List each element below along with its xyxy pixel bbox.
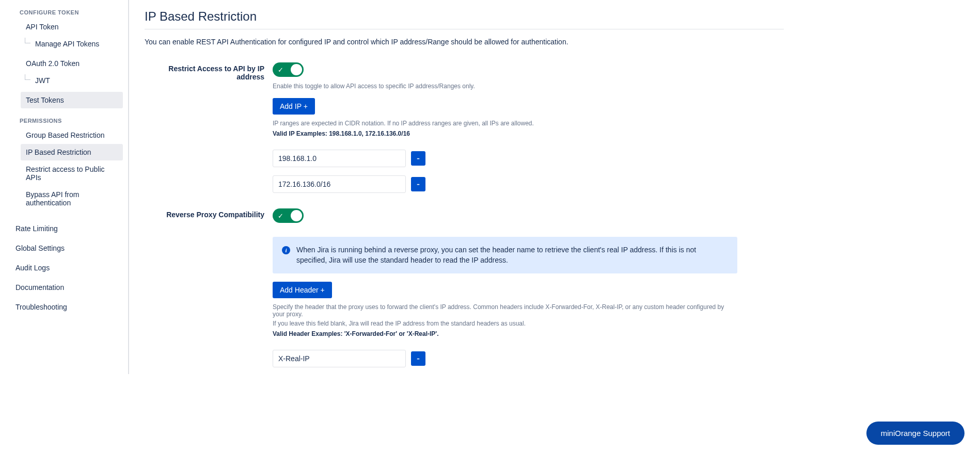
sidebar-item-api-token[interactable]: API Token <box>21 19 123 35</box>
sidebar-item-documentation[interactable]: Documentation <box>15 279 123 296</box>
sidebar-item-group-based-restriction[interactable]: Group Based Restriction <box>21 127 123 143</box>
header-help-2: If you leave this field blank, Jira will… <box>273 320 737 327</box>
check-icon: ✓ <box>278 66 283 74</box>
remove-header-button-0[interactable]: - <box>411 351 425 366</box>
header-examples-label: Valid Header Examples: 'X-Forwarded-For'… <box>273 330 737 337</box>
restrict-access-toggle[interactable]: ✓ <box>273 62 304 77</box>
sidebar-item-global-settings[interactable]: Global Settings <box>15 240 123 256</box>
restrict-access-label: Restrict Access to API by IP address <box>145 62 273 81</box>
sidebar-section-configure-token: CONFIGURE TOKEN <box>20 9 123 15</box>
sidebar-item-audit-logs[interactable]: Audit Logs <box>15 260 123 276</box>
sidebar-item-bypass-api[interactable]: Bypass API from authentication <box>21 186 123 211</box>
toggle-knob <box>291 210 302 221</box>
divider <box>145 29 784 29</box>
restrict-access-help: Enable this toggle to allow API access t… <box>273 83 737 90</box>
sidebar-item-oauth20-token[interactable]: OAuth 2.0 Token <box>21 55 123 72</box>
ip-examples-label: Valid IP Examples: 198.168.1.0, 172.16.1… <box>273 130 737 137</box>
info-text: When Jira is running behind a reverse pr… <box>296 245 728 265</box>
header-help-1: Specify the header that the proxy uses t… <box>273 303 737 318</box>
sidebar-item-troubleshooting[interactable]: Troubleshooting <box>15 299 123 315</box>
sidebar-item-test-tokens[interactable]: Test Tokens <box>21 92 123 108</box>
add-header-button[interactable]: Add Header + <box>273 282 332 298</box>
header-input-0[interactable] <box>273 350 406 367</box>
info-panel: i When Jira is running behind a reverse … <box>273 237 737 273</box>
remove-ip-button-1[interactable]: - <box>411 177 425 191</box>
sidebar-item-restrict-public-apis[interactable]: Restrict access to Public APIs <box>21 161 123 186</box>
page-title: IP Based Restriction <box>145 9 784 24</box>
sidebar: CONFIGURE TOKEN API Token Manage API Tok… <box>0 0 129 374</box>
toggle-knob <box>291 64 302 75</box>
remove-ip-button-0[interactable]: - <box>411 151 425 166</box>
page-description: You can enable REST API Authentication f… <box>145 38 784 46</box>
sidebar-item-manage-api-tokens[interactable]: Manage API Tokens <box>30 36 123 52</box>
info-icon: i <box>282 246 290 254</box>
sidebar-item-ip-based-restriction[interactable]: IP Based Restriction <box>21 144 123 160</box>
sidebar-item-rate-limiting[interactable]: Rate Limiting <box>15 220 123 237</box>
reverse-proxy-toggle[interactable]: ✓ <box>273 208 304 223</box>
sidebar-section-permissions: PERMISSIONS <box>20 118 123 124</box>
add-ip-button[interactable]: Add IP + <box>273 98 315 115</box>
sidebar-item-jwt[interactable]: JWT <box>30 72 123 89</box>
ip-input-0[interactable] <box>273 150 406 167</box>
main-content: IP Based Restriction You can enable REST… <box>129 0 799 374</box>
reverse-proxy-label: Reverse Proxy Compatibility <box>145 208 273 219</box>
check-icon: ✓ <box>278 212 283 220</box>
ip-cidr-help: IP ranges are expected in CIDR notation.… <box>273 120 737 127</box>
ip-input-1[interactable] <box>273 175 406 193</box>
